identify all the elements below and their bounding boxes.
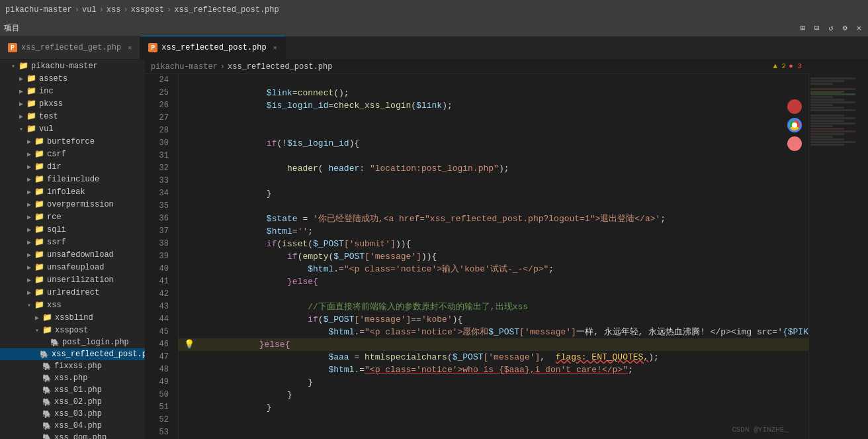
- file-icon-xss-dom: 🐘: [42, 434, 52, 440]
- ln-42: 42: [146, 288, 173, 301]
- sidebar-item-xsspost[interactable]: ▾ 📁 xsspost: [0, 324, 145, 336]
- sidebar-item-ssrf[interactable]: ▶ 📁 ssrf: [0, 236, 145, 248]
- tab-icon-1: P: [8, 43, 17, 52]
- code-line-45: $html.="<p class='notice'>愿你和$_POST['mes…: [179, 326, 808, 338]
- collapse-btn[interactable]: ⊟: [812, 22, 822, 34]
- arrow-vul: ▾: [16, 125, 26, 133]
- sidebar-item-xss-php[interactable]: 🐘 xss.php: [0, 372, 145, 384]
- ln-35: 35: [146, 200, 173, 213]
- browser-icon-1: [787, 99, 802, 114]
- folder-icon-unsafedownload: 📁: [34, 250, 44, 260]
- sidebar-item-infoleak[interactable]: ▶ 📁 infoleak: [0, 185, 145, 198]
- sidebar-label-unserilization: unserilization: [47, 275, 114, 285]
- sidebar-item-sqli[interactable]: ▶ 📁 sqli: [0, 223, 145, 236]
- code-token: $link: [416, 99, 442, 112]
- sidebar-label-post-login: post_login.php: [62, 338, 129, 347]
- title-sep3: ›: [123, 5, 128, 15]
- minimap-line: [810, 91, 844, 93]
- code-token: =: [328, 99, 333, 112]
- sidebar-label-xss04: xss_04.php: [54, 421, 102, 430]
- ln-49: 49: [146, 376, 173, 389]
- ln-28: 28: [146, 124, 173, 137]
- file-icon-xss-php: 🐘: [42, 374, 52, 383]
- sidebar-item-dir[interactable]: ▶ 📁 dir: [0, 160, 145, 173]
- refresh-btn[interactable]: ↺: [826, 22, 836, 34]
- tab-close-2[interactable]: ✕: [273, 44, 277, 52]
- new-file-btn[interactable]: ⊞: [798, 22, 808, 34]
- line-numbers: 24 25 26 27 28 30 31 32 33 34 35 36 37 3…: [146, 74, 179, 439]
- sidebar-label-vul: vul: [39, 124, 54, 134]
- sidebar-item-test[interactable]: ▶ 📁 test: [0, 110, 145, 122]
- sidebar-item-assets[interactable]: ▶ 📁 assets: [0, 72, 145, 85]
- sidebar-label-burteforce: burteforce: [47, 137, 95, 146]
- sidebar-item-unserilization[interactable]: ▶ 📁 unserilization: [0, 273, 145, 286]
- code-editor[interactable]: 24 25 26 27 28 30 31 32 33 34 35 36 37 3…: [146, 74, 808, 439]
- sidebar-label-ssrf: ssrf: [47, 238, 66, 247]
- sidebar-item-urlredirect[interactable]: ▶ 📁 urlredirect: [0, 286, 145, 299]
- ln-53: 53: [146, 426, 173, 439]
- sidebar-item-vul[interactable]: ▾ 📁 vul: [0, 122, 145, 135]
- title-sep1: ›: [75, 5, 79, 15]
- title-sep4: ›: [167, 5, 171, 15]
- code-content[interactable]: $link=connect(); $is_login_id=check_xss_…: [179, 74, 808, 439]
- code-token: 'kobe': [421, 313, 453, 326]
- minimap-line: [810, 112, 867, 114]
- tab-close-1[interactable]: ✕: [128, 44, 132, 52]
- sidebar-label-xss-php: xss.php: [54, 373, 87, 383]
- sidebar-label-xss03: xss_03.php: [54, 409, 102, 418]
- tab-xss-reflected-get[interactable]: P xss_reflected_get.php ✕: [0, 36, 140, 59]
- file-icon-fixxss: 🐘: [42, 362, 52, 371]
- sidebar-label-xss: xss: [47, 301, 62, 310]
- title-part4: xss_reflected_post.php: [174, 5, 279, 15]
- folder-icon-xssblind: 📁: [42, 313, 52, 322]
- sidebar-item-unsafeupload[interactable]: ▶ 📁 unsafeupload: [0, 261, 145, 273]
- title-bar: pikachu-master › vul › xss › xsspost › x…: [0, 0, 868, 20]
- sidebar-label-xss-reflected-post: xss_reflected_post.php: [52, 350, 145, 359]
- ln-31: 31: [146, 150, 173, 162]
- minimap-line: [810, 144, 844, 146]
- close-btn[interactable]: ✕: [854, 22, 864, 34]
- sidebar-label-xsspost: xsspost: [55, 326, 88, 335]
- code-token: ();: [333, 87, 349, 99]
- sidebar-item-xss-dom[interactable]: 🐘 xss_dom.php: [0, 432, 145, 439]
- sidebar-label-csrf: csrf: [47, 150, 66, 159]
- sidebar-item-xss-reflected-post[interactable]: 🐘 xss_reflected_post.php: [0, 348, 145, 360]
- sidebar-label-pkxss: pkxss: [39, 99, 63, 109]
- sidebar-item-xss02[interactable]: 🐘 xss_02.php: [0, 396, 145, 408]
- sidebar-item-csrf[interactable]: ▶ 📁 csrf: [0, 148, 145, 160]
- tab-label-1: xss_reflected_get.php: [21, 43, 121, 52]
- code-token: ;: [660, 213, 666, 225]
- sidebar-item-xssblind[interactable]: ▶ 📁 xssblind: [0, 311, 145, 324]
- sidebar-item-xss03[interactable]: 🐘 xss_03.php: [0, 408, 145, 420]
- title-sep2: ›: [99, 5, 104, 15]
- settings-btn[interactable]: ⚙: [840, 22, 850, 34]
- code-token: if: [267, 137, 277, 150]
- sidebar-item-overpermission[interactable]: ▶ 📁 overpermission: [0, 198, 145, 211]
- sidebar-item-inc[interactable]: ▶ 📁 inc: [0, 85, 145, 97]
- arrow-csrf: ▶: [24, 150, 34, 158]
- minimap-line: [810, 125, 833, 127]
- sidebar-item-xss01[interactable]: 🐘 xss_01.php: [0, 384, 145, 396]
- code-token: (: [447, 351, 453, 364]
- sidebar-item-fileinclude[interactable]: ▶ 📁 fileinclude: [0, 173, 145, 185]
- sidebar-item-fixxss[interactable]: 🐘 fixxss.php: [0, 360, 145, 372]
- code-token: (: [308, 238, 313, 250]
- code-token: =: [298, 213, 313, 225]
- minimap-line: [810, 128, 844, 130]
- code-token: $link: [267, 87, 292, 99]
- tab-xss-reflected-post[interactable]: P xss_reflected_post.php ✕: [140, 36, 285, 59]
- sidebar-item-xss[interactable]: ▾ 📁 xss: [0, 299, 145, 311]
- sidebar-item-post-login[interactable]: 🐘 post_login.php: [0, 336, 145, 348]
- folder-icon-inc: 📁: [26, 86, 36, 96]
- sidebar-item-pkxss[interactable]: ▶ 📁 pkxss: [0, 97, 145, 110]
- code-token: ,: [540, 351, 555, 364]
- sidebar-label-rce: rce: [47, 213, 62, 222]
- sidebar-root[interactable]: ▾ 📁 pikachu-master: [0, 60, 145, 72]
- sidebar-label-xssblind: xssblind: [55, 313, 93, 322]
- sidebar-item-burteforce[interactable]: ▶ 📁 burteforce: [0, 135, 145, 148]
- sidebar-item-unsafedownload[interactable]: ▶ 📁 unsafedownload: [0, 248, 145, 261]
- sidebar-item-xss04[interactable]: 🐘 xss_04.php: [0, 420, 145, 432]
- code-token: '': [298, 225, 308, 238]
- sidebar-item-rce[interactable]: ▶ 📁 rce: [0, 211, 145, 223]
- ln-33: 33: [146, 175, 173, 187]
